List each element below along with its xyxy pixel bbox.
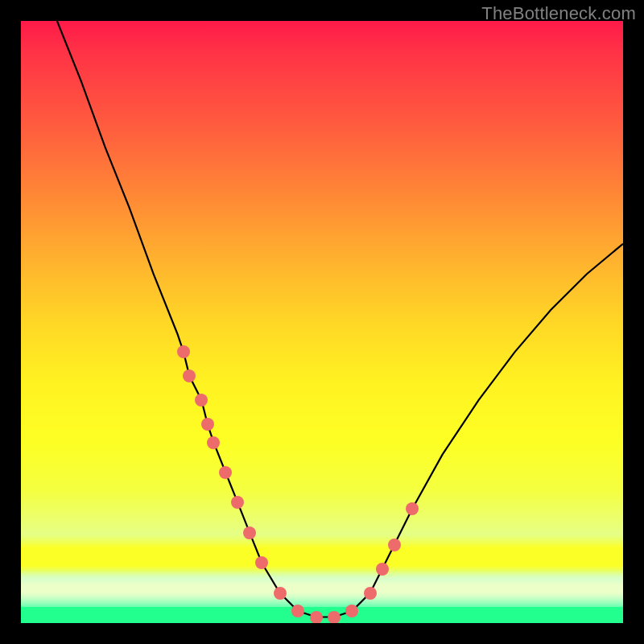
marker-dot — [388, 539, 401, 551]
marker-dot — [207, 436, 220, 449]
marker-dot — [291, 605, 304, 617]
marker-dot — [243, 526, 256, 539]
watermark-text: TheBottleneck.com — [481, 3, 636, 24]
chart-frame — [21, 21, 623, 623]
bottleneck-curve-svg — [21, 21, 623, 623]
marker-dot — [328, 611, 341, 623]
marker-dot — [406, 502, 419, 515]
marker-dot — [364, 587, 377, 600]
marker-dot — [201, 418, 214, 431]
marker-dot — [310, 611, 323, 623]
marker-dot — [376, 563, 389, 576]
marker-dot — [274, 587, 287, 600]
bottleneck-curve-path — [57, 21, 623, 617]
